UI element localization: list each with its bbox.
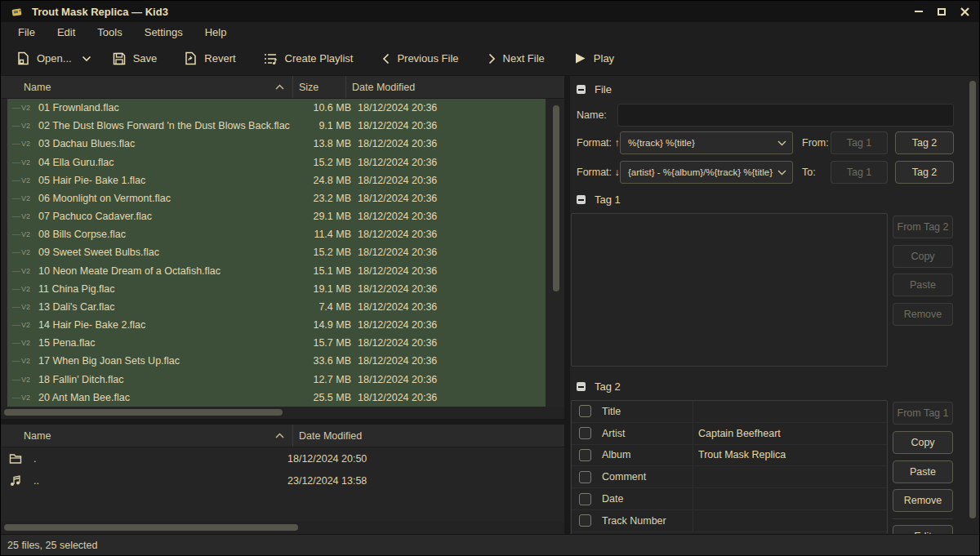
filename-input[interactable]	[617, 104, 954, 127]
file-row[interactable]: V203 Dachau Blues.flac13.8 MB18/12/2024 …	[7, 135, 546, 153]
create-playlist-button[interactable]: Create Playlist	[256, 47, 362, 70]
tag1-from-tag2-button[interactable]: From Tag 2	[893, 216, 953, 238]
to-tag1-button[interactable]: Tag 1	[831, 161, 888, 184]
file-row[interactable]: V205 Hair Pie- Bake 1.flac24.8 MB18/12/2…	[7, 171, 546, 189]
directory-row[interactable]: . 18/12/2024 20:50	[1, 447, 564, 469]
play-button[interactable]: Play	[566, 47, 622, 69]
column-header-name[interactable]: Name	[1, 76, 293, 98]
file-list-vertical-scrollbar[interactable]	[553, 104, 559, 403]
column-header-date-modified[interactable]: Date Modified	[293, 425, 564, 447]
open-dropdown-button[interactable]	[77, 51, 96, 67]
column-header-name-label: Name	[24, 430, 51, 442]
collapse-icon[interactable]	[577, 85, 586, 94]
file-section-header[interactable]: File	[577, 83, 612, 96]
date-checkbox[interactable]	[579, 493, 591, 505]
tag2-copy-button[interactable]: Copy	[893, 431, 953, 454]
file-row[interactable]: V220 Ant Man Bee.flac25.5 MB18/12/2024 2…	[7, 389, 546, 407]
file-row[interactable]: V201 Frownland.flac10.6 MB18/12/2024 20:…	[7, 99, 546, 117]
file-row[interactable]: V213 Dali's Car.flac7.4 MB18/12/2024 20:…	[7, 298, 546, 316]
file-row[interactable]: V218 Fallin' Ditch.flac12.7 MB18/12/2024…	[7, 371, 546, 389]
revert-icon	[185, 51, 197, 65]
maximize-button[interactable]	[933, 6, 950, 18]
file-row[interactable]: V217 When Big Joan Sets Up.flac33.6 MB18…	[7, 352, 546, 370]
track-number-checkbox[interactable]	[579, 514, 591, 527]
file-size-cell: 15.7 MB	[302, 337, 351, 349]
menu-item-settings[interactable]: Settings	[134, 22, 194, 42]
save-button[interactable]: Save	[105, 47, 166, 70]
tag2-field-row[interactable]: Comment	[572, 466, 887, 488]
tag2-field-row[interactable]: Album Trout Mask Replica	[572, 445, 887, 467]
revert-button[interactable]: Revert	[176, 47, 243, 70]
scrollbar-thumb[interactable]	[4, 409, 283, 416]
album-checkbox[interactable]	[579, 449, 591, 461]
open-button[interactable]: Open...	[9, 47, 80, 70]
file-row[interactable]: V215 Pena.flac15.7 MB18/12/2024 20:36	[7, 334, 546, 352]
comment-checkbox[interactable]	[579, 471, 591, 483]
status-text: 25 files, 25 selected	[7, 540, 98, 551]
column-header-size[interactable]: Size	[293, 76, 346, 98]
tag2-field-row[interactable]: Title	[572, 401, 887, 423]
tag2-from-tag1-button[interactable]: From Tag 1	[893, 402, 953, 425]
scrollbar-thumb[interactable]	[553, 105, 559, 291]
file-row[interactable]: V204 Ella Guru.flac15.2 MB18/12/2024 20:…	[7, 153, 546, 171]
scrollbar-thumb[interactable]	[969, 81, 976, 518]
tag2-field-row[interactable]: Track Number	[572, 510, 887, 532]
field-label: Album	[591, 449, 689, 460]
menu-item-tools[interactable]: Tools	[87, 22, 133, 42]
format-from-combobox[interactable]: %{track} %{title}	[620, 131, 793, 154]
tag2-section-header[interactable]: Tag 2	[577, 380, 621, 393]
tag2-field-row[interactable]: Date	[572, 488, 887, 510]
file-list-horizontal-scrollbar[interactable]	[1, 407, 564, 419]
tag2-field-row[interactable]: Artist Captain Beefheart	[572, 423, 887, 445]
artist-checkbox[interactable]	[579, 427, 591, 439]
file-date-cell: 18/12/2024 20:36	[351, 283, 546, 295]
directory-date-cell: 18/12/2024 20:50	[283, 453, 367, 465]
previous-file-button[interactable]: Previous File	[374, 47, 466, 69]
menu-item-file[interactable]: File	[7, 22, 47, 42]
tag2-edit-button[interactable]: Edit	[893, 525, 953, 534]
file-row[interactable]: V202 The Dust Blows Forward 'n the Dust …	[7, 117, 546, 135]
field-value[interactable]: Trout Mask Replica	[689, 449, 786, 460]
collapse-icon[interactable]	[577, 195, 586, 204]
tag-version-badge: V2	[21, 285, 33, 293]
file-row[interactable]: V208 Bills Corpse.flac11.4 MB18/12/2024 …	[7, 225, 546, 243]
file-row[interactable]: V211 China Pig.flac19.1 MB18/12/2024 20:…	[7, 280, 546, 298]
field-label: Comment	[591, 471, 689, 483]
field-label: Date	[591, 493, 689, 505]
tag1-section-header[interactable]: Tag 1	[577, 193, 621, 206]
open-file-icon	[17, 51, 29, 65]
tag1-paste-button[interactable]: Paste	[893, 274, 953, 296]
file-row[interactable]: V206 Moonlight on Vermont.flac23.2 MB18/…	[7, 189, 546, 207]
directory-row[interactable]: .. 23/12/2024 13:58	[1, 469, 564, 492]
title-checkbox[interactable]	[579, 405, 591, 417]
file-date-cell: 18/12/2024 20:36	[351, 157, 546, 168]
tag2-remove-button[interactable]: Remove	[893, 489, 953, 512]
collapse-icon[interactable]	[577, 382, 586, 391]
tag1-copy-button[interactable]: Copy	[893, 245, 953, 268]
file-table: Name Size Date Modified V201 Frownland.f…	[1, 76, 564, 419]
tag2-paste-button[interactable]: Paste	[893, 460, 953, 483]
tag-editor-vertical-scrollbar[interactable]	[969, 81, 976, 527]
directory-horizontal-scrollbar[interactable]	[1, 522, 564, 534]
file-row[interactable]: V210 Neon Meate Dream of a Octafish.flac…	[7, 262, 546, 280]
field-value[interactable]: Captain Beefheart	[689, 428, 781, 439]
menu-item-edit[interactable]: Edit	[47, 22, 87, 42]
tag-version-badge: V2	[21, 122, 33, 130]
to-tag2-button[interactable]: Tag 2	[895, 161, 954, 184]
column-header-date-modified[interactable]: Date Modified	[346, 76, 564, 98]
file-size-cell: 13.8 MB	[302, 138, 351, 149]
file-row[interactable]: V209 Sweet Sweet Bulbs.flac15.2 MB18/12/…	[7, 243, 546, 261]
pane-splitter[interactable]	[1, 419, 564, 425]
menu-item-help[interactable]: Help	[194, 22, 238, 42]
next-file-button[interactable]: Next File	[480, 47, 553, 69]
format-to-combobox[interactable]: {artist} - %{album}/%{track} %{title}	[620, 161, 793, 184]
close-button[interactable]	[956, 6, 973, 18]
tag1-remove-button[interactable]: Remove	[893, 303, 953, 326]
file-row[interactable]: V207 Pachuco Cadaver.flac29.1 MB18/12/20…	[7, 207, 546, 225]
from-tag2-button[interactable]: Tag 2	[895, 131, 954, 154]
from-tag1-button[interactable]: Tag 1	[831, 131, 888, 154]
column-header-name[interactable]: Name	[1, 425, 293, 447]
scrollbar-thumb[interactable]	[4, 524, 298, 531]
file-row[interactable]: V214 Hair Pie- Bake 2.flac14.9 MB18/12/2…	[7, 316, 546, 334]
minimize-button[interactable]	[911, 6, 927, 18]
